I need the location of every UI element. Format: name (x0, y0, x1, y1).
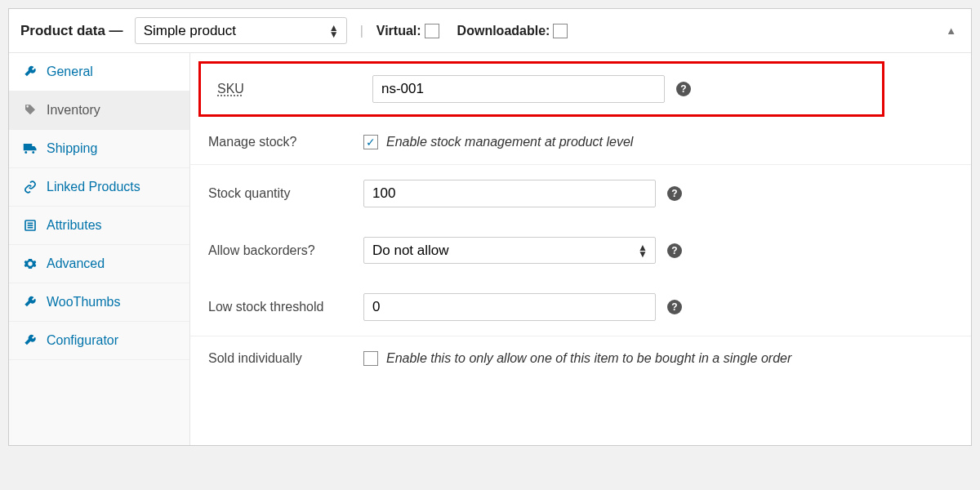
panel-header: Product data — Simple product ▲▼ | Virtu… (9, 9, 971, 53)
backorders-row: Allow backorders? Do not allow ▲▼ ? (190, 222, 971, 278)
low-stock-label: Low stock threshold (208, 300, 363, 314)
backorders-label: Allow backorders? (208, 243, 363, 258)
manage-stock-row: Manage stock? ✓ Enable stock management … (190, 120, 971, 165)
stock-quantity-row: Stock quantity ? (190, 165, 971, 222)
downloadable-label: Downloadable: (457, 24, 550, 38)
sidebar-item-advanced[interactable]: Advanced (9, 245, 189, 283)
gear-icon (22, 257, 38, 270)
sidebar-item-label: Configurator (47, 333, 118, 348)
content-area: SKU ? Manage stock? ✓ Enable stock manag… (190, 53, 971, 445)
sidebar-item-shipping[interactable]: Shipping (9, 130, 189, 168)
sidebar-item-label: Inventory (47, 103, 100, 118)
downloadable-checkbox[interactable] (553, 24, 568, 38)
tag-icon (22, 104, 38, 117)
sidebar-item-inventory[interactable]: Inventory (9, 91, 189, 130)
collapse-icon[interactable]: ▲ (946, 24, 956, 37)
low-stock-input[interactable] (363, 293, 656, 321)
stock-quantity-label: Stock quantity (208, 186, 363, 201)
sidebar-item-attributes[interactable]: Attributes (9, 207, 189, 245)
panel-title: Product data — (20, 23, 123, 39)
manage-stock-label: Manage stock? (208, 135, 363, 149)
sidebar-item-label: Attributes (47, 218, 102, 233)
help-icon[interactable]: ? (667, 186, 682, 201)
sold-individually-label: Sold individually (208, 351, 363, 366)
product-data-panel: Product data — Simple product ▲▼ | Virtu… (8, 8, 972, 446)
sidebar-item-general[interactable]: General (9, 53, 189, 91)
virtual-checkbox[interactable] (425, 24, 439, 38)
wrench-icon (22, 334, 38, 347)
stock-quantity-input[interactable] (363, 180, 656, 207)
list-icon (22, 219, 38, 232)
sidebar-item-label: General (47, 65, 93, 79)
manage-stock-note: Enable stock management at product level (386, 135, 633, 149)
sku-label: SKU (217, 82, 372, 96)
sidebar-item-label: Shipping (47, 141, 97, 156)
backorders-select[interactable]: Do not allow (363, 237, 656, 264)
sidebar-item-label: Linked Products (47, 180, 140, 194)
sold-individually-checkbox[interactable] (363, 351, 378, 366)
wrench-icon (22, 65, 38, 78)
help-icon[interactable]: ? (676, 82, 691, 96)
sku-input[interactable] (372, 75, 665, 103)
sold-individually-note: Enable this to only allow one of this it… (386, 351, 791, 366)
sidebar-item-configurator[interactable]: Configurator (9, 322, 189, 360)
sidebar-item-linked-products[interactable]: Linked Products (9, 168, 189, 207)
help-icon[interactable]: ? (667, 300, 682, 314)
sidebar-item-label: Advanced (47, 256, 105, 271)
link-icon (22, 180, 38, 194)
sidebar-item-label: WooThumbs (47, 295, 120, 310)
low-stock-row: Low stock threshold ? (190, 278, 971, 336)
help-icon[interactable]: ? (667, 243, 682, 258)
truck-icon (22, 143, 38, 154)
sidebar-item-woothumbs[interactable]: WooThumbs (9, 283, 189, 322)
sku-highlight-box: SKU ? (198, 61, 884, 117)
sold-individually-row: Sold individually Enable this to only al… (190, 336, 971, 381)
virtual-label: Virtual: (376, 24, 421, 38)
separator: | (360, 24, 363, 38)
manage-stock-checkbox[interactable]: ✓ (363, 135, 378, 149)
sidebar: General Inventory Shipping Linked Produc… (9, 53, 190, 445)
wrench-icon (22, 296, 38, 309)
product-type-select[interactable]: Simple product (135, 17, 347, 44)
